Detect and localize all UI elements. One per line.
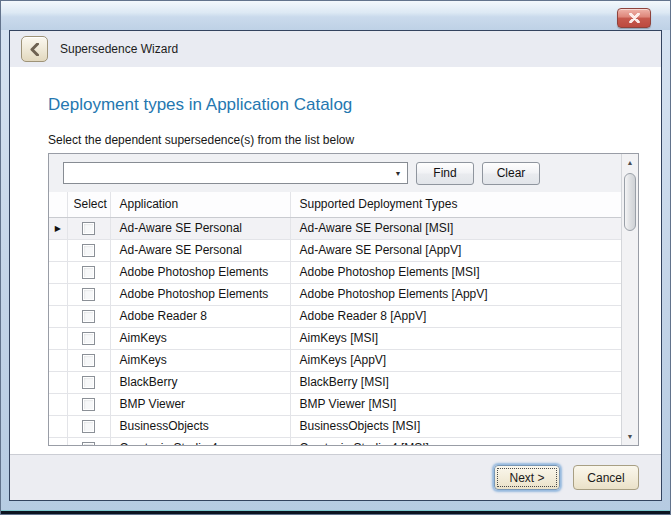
table-row[interactable]: AimKeys AimKeys [MSI]	[49, 327, 621, 349]
back-button[interactable]	[21, 36, 48, 62]
close-button[interactable]	[617, 8, 651, 28]
row-deployment-type: AimKeys [AppV]	[290, 349, 621, 371]
row-checkbox[interactable]	[82, 266, 95, 279]
instruction-label: Select the dependent supersedence(s) fro…	[48, 133, 354, 147]
panel-main: ▼ Find Clear	[49, 154, 621, 445]
grid-header-row: Select Application Supported Deployment …	[49, 192, 621, 217]
row-deployment-type: BMP Viewer [MSI]	[290, 393, 621, 415]
row-indicator-cell	[49, 261, 67, 283]
table-row[interactable]: AimKeys AimKeys [AppV]	[49, 349, 621, 371]
row-application: AimKeys	[110, 349, 290, 371]
row-application: Adobe Reader 8	[110, 305, 290, 327]
scroll-up-icon[interactable]: ▲	[622, 154, 638, 171]
row-select-cell	[67, 349, 110, 371]
supersedence-wizard-window: Supersedence Wizard Deployment types in …	[0, 0, 671, 515]
close-icon	[629, 13, 640, 23]
row-checkbox[interactable]	[82, 376, 95, 389]
row-indicator-cell	[49, 415, 67, 437]
row-select-cell	[67, 283, 110, 305]
row-indicator-cell	[49, 371, 67, 393]
row-application: Ad-Aware SE Personal	[110, 239, 290, 261]
page-title: Deployment types in Application Catalog	[48, 95, 352, 115]
clear-button[interactable]: Clear	[482, 162, 540, 185]
row-indicator-cell: ▶	[49, 217, 67, 239]
row-select-cell	[67, 327, 110, 349]
row-application: BusinessObjects	[110, 415, 290, 437]
row-application: Ad-Aware SE Personal	[110, 217, 290, 239]
row-indicator-cell	[49, 305, 67, 327]
scrollbar-thumb[interactable]	[624, 173, 636, 231]
row-application: AimKeys	[110, 327, 290, 349]
row-select-cell	[67, 437, 110, 445]
row-application: Adobe Photoshop Elements	[110, 283, 290, 305]
row-deployment-type: Adobe Photoshop Elements [MSI]	[290, 261, 621, 283]
row-checkbox[interactable]	[82, 244, 95, 257]
row-checkbox[interactable]	[82, 354, 95, 367]
row-select-cell	[67, 261, 110, 283]
row-indicator-cell	[49, 437, 67, 445]
next-button[interactable]: Next >	[494, 465, 560, 490]
row-deployment-type: BlackBerry [MSI]	[290, 371, 621, 393]
row-indicator-cell	[49, 283, 67, 305]
column-header-application[interactable]: Application	[110, 192, 290, 217]
table-row[interactable]: Adobe Photoshop Elements Adobe Photoshop…	[49, 261, 621, 283]
scroll-down-icon[interactable]: ▼	[622, 428, 638, 445]
row-select-cell	[67, 415, 110, 437]
filter-input[interactable]	[64, 164, 389, 182]
row-checkbox[interactable]	[82, 398, 95, 411]
vertical-scrollbar[interactable]: ▲ ▼	[621, 154, 638, 445]
row-select-cell	[67, 371, 110, 393]
row-checkbox[interactable]	[82, 332, 95, 345]
table-body: ▶ Ad-Aware SE Personal Ad-Aware SE Perso…	[49, 217, 621, 445]
table-row[interactable]: BMP Viewer BMP Viewer [MSI]	[49, 393, 621, 415]
wizard-client-area: Supersedence Wizard Deployment types in …	[9, 30, 662, 501]
column-header-supported-deployment-types[interactable]: Supported Deployment Types	[290, 192, 621, 217]
row-checkbox[interactable]	[82, 222, 95, 235]
row-checkbox[interactable]	[82, 310, 95, 323]
row-indicator-cell	[49, 349, 67, 371]
table-row[interactable]: BusinessObjects BusinessObjects [MSI]	[49, 415, 621, 437]
row-checkbox[interactable]	[82, 288, 95, 301]
table-row[interactable]: ▶ Ad-Aware SE Personal Ad-Aware SE Perso…	[49, 217, 621, 239]
window-frame-border	[1, 511, 670, 514]
combobox-dropdown-icon[interactable]: ▼	[389, 170, 407, 177]
row-indicator-cell	[49, 327, 67, 349]
filter-combobox[interactable]: ▼	[63, 162, 408, 184]
table-row[interactable]: Adobe Reader 8 Adobe Reader 8 [AppV]	[49, 305, 621, 327]
row-checkbox[interactable]	[82, 442, 95, 445]
wizard-title: Supersedence Wizard	[60, 42, 178, 56]
row-application: Adobe Photoshop Elements	[110, 261, 290, 283]
row-deployment-type: BusinessObjects [MSI]	[290, 415, 621, 437]
chevron-left-icon	[30, 43, 39, 56]
row-application: BlackBerry	[110, 371, 290, 393]
row-application: BMP Viewer	[110, 393, 290, 415]
column-header-select[interactable]: Select	[67, 192, 110, 217]
row-deployment-type: AimKeys [MSI]	[290, 327, 621, 349]
titlebar[interactable]	[1, 1, 670, 30]
find-button[interactable]: Find	[416, 162, 474, 185]
row-select-cell	[67, 393, 110, 415]
applications-grid: Select Application Supported Deployment …	[49, 192, 621, 445]
wizard-header: Supersedence Wizard	[10, 31, 661, 67]
row-select-cell	[67, 217, 110, 239]
row-indicator-cell	[49, 239, 67, 261]
supersedence-list-panel: ▼ Find Clear	[48, 153, 639, 446]
row-deployment-type: Adobe Photoshop Elements [AppV]	[290, 283, 621, 305]
row-select-cell	[67, 239, 110, 261]
row-deployment-type: Camtasia Studio 4 [MSI]	[290, 437, 621, 445]
table-row[interactable]: BlackBerry BlackBerry [MSI]	[49, 371, 621, 393]
footer-bar: Next > Cancel	[10, 454, 661, 500]
table-row[interactable]: Camtasia Studio 4 Camtasia Studio 4 [MSI…	[49, 437, 621, 445]
column-header-indicator	[49, 192, 67, 217]
row-indicator-cell	[49, 393, 67, 415]
current-row-icon: ▶	[55, 224, 61, 233]
row-select-cell	[67, 305, 110, 327]
row-deployment-type: Ad-Aware SE Personal [AppV]	[290, 239, 621, 261]
row-checkbox[interactable]	[82, 420, 95, 433]
row-application: Camtasia Studio 4	[110, 437, 290, 445]
row-deployment-type: Ad-Aware SE Personal [MSI]	[290, 217, 621, 239]
table-row[interactable]: Adobe Photoshop Elements Adobe Photoshop…	[49, 283, 621, 305]
table-row[interactable]: Ad-Aware SE Personal Ad-Aware SE Persona…	[49, 239, 621, 261]
cancel-button[interactable]: Cancel	[573, 465, 639, 490]
filter-toolbar: ▼ Find Clear	[49, 154, 621, 192]
